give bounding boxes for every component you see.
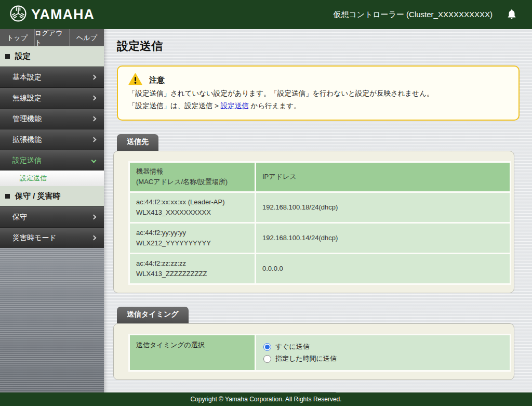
yamaha-tuning-fork-icon (9, 5, 27, 24)
notice-line-2-prefix: 「設定送信」は、設定送信 > (128, 102, 221, 110)
chevron-right-icon (91, 75, 97, 80)
menu-label: 設定送信 (12, 156, 42, 165)
bell-icon (506, 14, 517, 21)
sidebar-item-disaster-mode[interactable]: 災害時モード (0, 227, 104, 248)
menu-label: 災害時モード (12, 233, 57, 243)
copyright-text: Copyright © Yamaha Corporation. All Righ… (190, 396, 341, 403)
chevron-down-icon (91, 158, 97, 163)
app-footer: Copyright © Yamaha Corporation. All Righ… (0, 392, 532, 406)
ip-address-column-header: IPアドレス (256, 163, 510, 191)
ip-address-cell: 192.168.100.18/24(dhcp) (256, 193, 510, 222)
chevron-right-icon (91, 137, 97, 142)
destination-table: 機器情報 (MACアドレス/名称/設置場所) IPアドレス ac:44:f2:x… (128, 161, 511, 285)
main-content: 設定送信 注意 「設定送信」されていない設定があります。「設定送信」を行わないと… (104, 29, 532, 392)
radio-label: すぐに送信 (275, 342, 310, 351)
section-label: 設定 (15, 51, 31, 61)
destination-section-tab: 送信先 (117, 134, 158, 151)
sidebar-item-management[interactable]: 管理機能 (0, 108, 104, 129)
menu-label: 無線設定 (12, 94, 42, 103)
sidebar-item-config-send[interactable]: 設定送信 (0, 150, 104, 171)
chevron-right-icon (91, 96, 97, 101)
notice-line-1: 「設定送信」されていない設定があります。「設定送信」を行わないと設定が反映されま… (128, 87, 508, 100)
menu-label: 拡張機能 (12, 135, 42, 145)
table-row: ac:44:f2:yy:yy:yy WLX212_YYYYYYYYYY 192.… (130, 224, 510, 253)
table-header-row: 機器情報 (MACアドレス/名称/設置場所) IPアドレス (130, 163, 510, 191)
sidebar-section-settings: 設定 (0, 46, 104, 67)
sidebar-item-basic-settings[interactable]: 基本設定 (0, 67, 104, 87)
warning-triangle-icon (128, 73, 142, 87)
sidebar-top-tabs: トップ ログアウト ヘルプ (0, 29, 104, 46)
table-row: ac:44:f2:zz:zz:zz WLX413_ZZZZZZZZZZ 0.0.… (130, 254, 510, 283)
menu-label: 保守 (12, 213, 27, 222)
section-label: 保守 / 災害時 (15, 191, 61, 201)
yamaha-logo: YAMAHA (9, 5, 95, 24)
timing-panel: 送信タイミングの選択 すぐに送信 指定した時間に送信 (113, 323, 514, 380)
timing-form-table: 送信タイミングの選択 すぐに送信 指定した時間に送信 (128, 334, 511, 372)
square-bullet-icon (5, 194, 10, 199)
send-button[interactable]: 送信 (298, 392, 338, 392)
sidebar-filler (0, 248, 104, 392)
radio-option-send-at-time[interactable]: 指定した時間に送信 (263, 354, 502, 363)
notice-line-2-suffix: から行えます。 (249, 102, 301, 110)
square-bullet-icon (5, 54, 10, 59)
send-now-radio[interactable] (263, 343, 271, 351)
menu-label: 基本設定 (12, 73, 42, 82)
page-title: 設定送信 (117, 38, 532, 54)
controller-title: 仮想コントローラー (Cluster_XXXXXXXXXX) (333, 10, 493, 20)
notice-line-2: 「設定送信」は、設定送信 > 設定送信 から行えます。 (128, 100, 508, 112)
destination-panel: 機器情報 (MACアドレス/名称/設置場所) IPアドレス ac:44:f2:x… (113, 151, 514, 293)
device-info-cell: ac:44:f2:zz:zz:zz WLX413_ZZZZZZZZZZ (130, 254, 255, 283)
brand-name: YAMAHA (31, 7, 95, 23)
device-info-cell: ac:44:f2:xx:xx:xx (Leader-AP) WLX413_XXX… (130, 193, 255, 222)
app-header: YAMAHA 仮想コントローラー (Cluster_XXXXXXXXXX) (0, 0, 532, 29)
tab-logout[interactable]: ログアウト (35, 29, 70, 46)
timing-options-cell: すぐに送信 指定した時間に送信 (256, 335, 510, 370)
sidebar-section-maintenance: 保守 / 災害時 (0, 186, 104, 206)
send-at-time-radio[interactable] (263, 355, 271, 363)
menu-label: 管理機能 (12, 114, 42, 124)
submit-row: 送信 (104, 392, 532, 392)
ip-address-cell: 192.168.100.14/24(dhcp) (256, 224, 510, 253)
device-info-cell: ac:44:f2:yy:yy:yy WLX212_YYYYYYYYYY (130, 224, 255, 253)
sidebar-item-wireless-settings[interactable]: 無線設定 (0, 87, 104, 108)
tab-top[interactable]: トップ (0, 29, 35, 46)
config-send-link[interactable]: 設定送信 (221, 102, 249, 110)
sidebar: トップ ログアウト ヘルプ 設定 基本設定 無線設定 管理機能 拡張機能 設定送… (0, 29, 104, 392)
notification-bell-button[interactable] (506, 8, 517, 21)
warning-notice-box: 注意 「設定送信」されていない設定があります。「設定送信」を行わないと設定が反映… (117, 66, 520, 121)
sidebar-item-extended[interactable]: 拡張機能 (0, 129, 104, 150)
chevron-right-icon (91, 116, 97, 122)
chevron-right-icon (91, 235, 97, 241)
notice-title: 注意 (149, 75, 165, 85)
ip-address-cell: 0.0.0.0 (256, 254, 510, 283)
chevron-right-icon (91, 215, 97, 220)
tab-help[interactable]: ヘルプ (70, 29, 104, 46)
device-info-column-header: 機器情報 (MACアドレス/名称/設置場所) (130, 163, 255, 191)
sidebar-subitem-config-send[interactable]: 設定送信 (0, 171, 104, 186)
timing-select-label: 送信タイミングの選択 (130, 335, 255, 370)
radio-label: 指定した時間に送信 (275, 354, 337, 363)
radio-option-send-now[interactable]: すぐに送信 (263, 342, 502, 351)
table-row: ac:44:f2:xx:xx:xx (Leader-AP) WLX413_XXX… (130, 193, 510, 222)
sidebar-item-maintenance[interactable]: 保守 (0, 206, 104, 227)
timing-section-tab: 送信タイミング (117, 307, 189, 323)
